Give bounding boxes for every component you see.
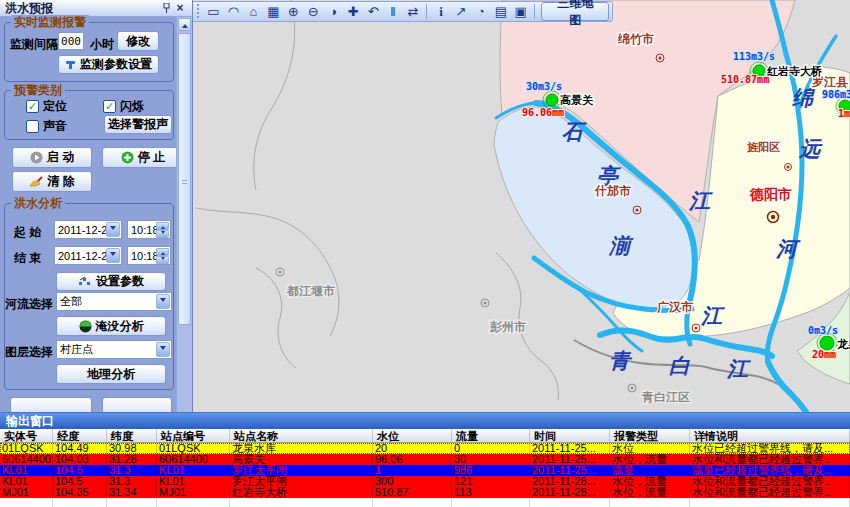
col-time[interactable]: 时间	[530, 429, 610, 442]
output-window: 输出窗口 实体号 经度 纬度 站点编号 站点名称 水位 流量 时间 报警类型 详…	[0, 412, 850, 507]
zoom-in-icon[interactable]: ⊕	[284, 3, 303, 20]
interval-input[interactable]	[58, 32, 84, 50]
table-header: 实体号 经度 纬度 站点编号 站点名称 水位 流量 时间 报警类型 详情说明	[0, 429, 850, 443]
measure-polygon-icon[interactable]: ⌂	[244, 3, 263, 20]
col-lon[interactable]: 经度	[53, 429, 107, 442]
refresh-icon[interactable]: ⇄	[404, 3, 423, 20]
end-time-spinner[interactable]: 10:18	[127, 246, 171, 265]
zoom-out-icon[interactable]: ⊖	[304, 3, 323, 20]
city-label-jingyang: 旌阳区	[746, 141, 780, 153]
col-type[interactable]: 报警类型	[610, 429, 690, 442]
col-detail[interactable]: 详情说明	[690, 429, 850, 442]
print-icon[interactable]: ▤	[491, 3, 510, 20]
city-label-guanghan: 广汉市	[656, 300, 693, 314]
save-icon[interactable]: ▣	[511, 3, 530, 20]
modify-button[interactable]: 修改	[117, 31, 159, 51]
start-time-label: 起 始	[14, 224, 41, 241]
map-svg: 石 亭 江 湔 江 青 白 江 绵 远 河 绵竹市 什邡	[196, 0, 850, 412]
chevron-down-icon	[106, 222, 120, 237]
alert-group-title: 预警类别	[11, 83, 65, 97]
col-code[interactable]: 站点编号	[157, 429, 230, 442]
monitor-params-button[interactable]: 监测参数设置	[58, 55, 159, 74]
scroll-up-icon[interactable]	[178, 18, 191, 31]
table-row[interactable]: KL01104.531.3KL01罗江太平闸19862011-11-25...流…	[0, 465, 850, 476]
city-label-shifang: 什邡市	[594, 184, 631, 198]
river-select-combo[interactable]: 全部	[56, 292, 172, 311]
params-icon	[78, 276, 92, 287]
table-row[interactable]: MJ01104.3531.34MJ01红岩寺大桥510.871132011-11…	[0, 487, 850, 498]
play-icon	[30, 151, 43, 164]
svg-text:江: 江	[688, 188, 713, 213]
checkbox-empty	[26, 120, 39, 133]
svg-text:113m3/s: 113m3/s	[733, 51, 775, 62]
interval-label: 监测间隔	[10, 36, 58, 53]
city-label-dujiangyan: 都江堰市	[286, 284, 335, 298]
pause-icon[interactable]: ‖	[384, 3, 403, 20]
col-entity[interactable]: 实体号	[0, 429, 53, 442]
flash-checkbox[interactable]: ✓ 闪烁	[103, 98, 144, 115]
city-label-pengzhou: 彭州市	[489, 320, 526, 334]
flood-forecast-app: 洪水预报 × 实时监测报警 监测间隔 小时 修改 监测参数设置 预警类别 ✓ 定…	[0, 0, 850, 507]
start-time-spinner[interactable]: 10:18	[127, 220, 171, 239]
table-row[interactable]: 01LQSK104.4930.9801LQSK龙泉水库2002011-11-25…	[0, 443, 850, 454]
set-params-button[interactable]: 设置参数	[56, 272, 166, 291]
grid-icon[interactable]: ▦	[264, 3, 283, 20]
clear-button[interactable]: 清 除	[12, 171, 92, 192]
col-lat[interactable]: 纬度	[107, 429, 157, 442]
city-label-mianzhu: 绵竹市	[617, 32, 654, 46]
toolbar-separator	[426, 4, 427, 19]
chevron-down-icon	[156, 342, 170, 357]
svg-text:1mm: 1mm	[838, 108, 850, 119]
col-level[interactable]: 水位	[373, 429, 452, 442]
geo-analysis-button[interactable]: 地理分析	[56, 364, 166, 384]
svg-text:96.06mm: 96.06mm	[522, 107, 564, 118]
city-label-deyang: 德阳市	[749, 186, 792, 202]
map-canvas[interactable]: 石 亭 江 湔 江 青 白 江 绵 远 河 绵竹市 什邡	[193, 0, 850, 412]
table-row[interactable]: 60614400104.0331.2860614400高景关96.0630201…	[0, 454, 850, 465]
view-3d-map-button[interactable]: 三维地图	[541, 2, 609, 21]
tool-icon	[65, 59, 76, 70]
measure-distance-icon[interactable]: ▭	[204, 3, 223, 20]
pan-icon[interactable]: ✚	[344, 3, 363, 20]
svg-text:0m3/s: 0m3/s	[808, 325, 838, 336]
export-icon[interactable]: ↗	[451, 3, 470, 20]
start-button[interactable]: 启 动	[12, 147, 92, 168]
svg-text:江: 江	[700, 303, 725, 328]
scrollbar-thumb[interactable]	[178, 33, 191, 325]
measure-area-icon[interactable]: ◠	[224, 3, 243, 20]
zoom-previous-icon[interactable]: ↶	[364, 3, 383, 20]
locate-checkbox[interactable]: ✓ 定位	[26, 98, 67, 115]
svg-text:510.87mm: 510.87mm	[721, 74, 769, 85]
chevron-down-icon	[156, 294, 170, 309]
output-window-title: 输出窗口	[0, 413, 850, 429]
flood-group-title: 洪水分析	[11, 196, 65, 210]
interval-unit-label: 小时	[90, 36, 114, 53]
end-time-label: 结 束	[14, 250, 41, 267]
globe-icon[interactable]: ◑	[324, 3, 343, 20]
svg-text:20mm: 20mm	[812, 349, 836, 360]
sound-checkbox[interactable]: 声音	[26, 118, 67, 135]
flood-analysis-button[interactable]: 淹没分析	[56, 316, 166, 336]
stop-icon	[121, 151, 134, 164]
col-flow[interactable]: 流量	[452, 429, 530, 442]
choose-alarm-sound-button[interactable]: 选择警报声	[104, 115, 172, 134]
svg-text:红岩寺大桥: 红岩寺大桥	[766, 65, 823, 77]
city-label-luojiang: 罗江县	[811, 75, 848, 89]
stop-button[interactable]: 停 止	[102, 147, 184, 168]
toolbar-separator	[534, 4, 535, 19]
svg-text:高景关: 高景关	[560, 94, 594, 106]
pin-icon[interactable]	[159, 2, 173, 15]
start-date-combo[interactable]: 2011-12-26	[54, 220, 122, 239]
info-icon[interactable]: i	[431, 3, 450, 20]
layer-select-combo[interactable]: 村庄点	[56, 340, 172, 359]
end-date-combo[interactable]: 2011-12-26	[54, 246, 122, 265]
gauge-icon[interactable]: ◔	[471, 3, 490, 20]
river-select-label: 河流选择	[5, 296, 53, 313]
table-row[interactable]: KL01104.531.3KL01罗江太平闸3001212011-11-28..…	[0, 476, 850, 487]
hidden-button-right[interactable]	[102, 397, 172, 412]
hidden-button-left[interactable]	[10, 397, 92, 412]
panel-scrollbar[interactable]	[176, 17, 192, 412]
close-icon[interactable]: ×	[173, 2, 187, 15]
col-name[interactable]: 站点名称	[230, 429, 373, 442]
toolbar-grip[interactable]	[196, 4, 201, 20]
